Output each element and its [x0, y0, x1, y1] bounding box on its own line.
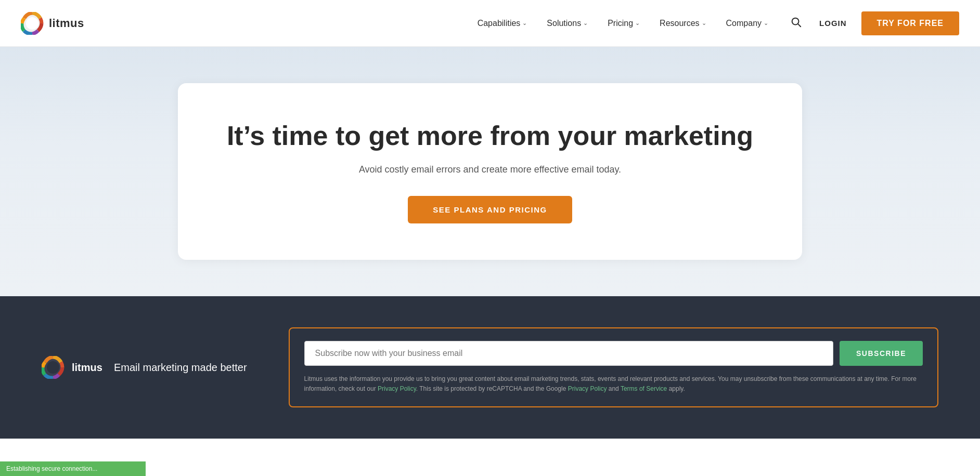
subscribe-button[interactable]: SUBSCRIBE — [840, 341, 923, 366]
footer-section: litmus Email marketing made better SUBSC… — [0, 296, 980, 439]
nav-company[interactable]: Company ⌄ — [718, 15, 777, 32]
subscribe-email-input[interactable] — [304, 341, 833, 366]
nav-capabilities[interactable]: Capabilities ⌄ — [469, 15, 536, 32]
navbar-nav: Capabilities ⌄ Solutions ⌄ Pricing ⌄ Res… — [469, 15, 777, 32]
nav-solutions[interactable]: Solutions ⌄ — [538, 15, 596, 32]
footer-tagline: Email marketing made better — [114, 362, 247, 374]
chevron-down-icon: ⌄ — [702, 20, 706, 27]
footer-logo-icon — [42, 356, 65, 379]
nav-resources[interactable]: Resources ⌄ — [651, 15, 714, 32]
navbar: litmus Capabilities ⌄ Solutions ⌄ Pricin… — [0, 0, 980, 47]
svg-point-1 — [26, 17, 38, 30]
privacy-policy-link-1[interactable]: Privacy Policy — [378, 385, 416, 392]
chevron-down-icon: ⌄ — [522, 20, 527, 27]
footer-brand: litmus Email marketing made better — [42, 356, 247, 379]
search-button[interactable] — [787, 13, 805, 33]
subscribe-legal: Litmus uses the information you provide … — [304, 374, 923, 394]
footer-subscribe-box: SUBSCRIBE Litmus uses the information yo… — [289, 327, 938, 407]
chevron-down-icon: ⌄ — [764, 20, 768, 27]
see-plans-button[interactable]: SEE PLANS AND PRICING — [408, 196, 572, 223]
logo-icon — [21, 12, 44, 35]
hero-subtitle: Avoid costly email errors and create mor… — [220, 164, 760, 175]
login-button[interactable]: LOGIN — [813, 15, 853, 32]
hero-card: It’s time to get more from your marketin… — [178, 83, 802, 260]
navbar-actions: LOGIN TRY FOR FREE — [787, 11, 959, 35]
logo-text: litmus — [49, 17, 84, 30]
try-free-button[interactable]: TRY FOR FREE — [861, 11, 959, 35]
svg-line-3 — [798, 24, 801, 27]
hero-section: It’s time to get more from your marketin… — [0, 47, 980, 296]
logo-link[interactable]: litmus — [21, 12, 84, 35]
footer-logo-text: litmus — [72, 362, 102, 374]
hero-title: It’s time to get more from your marketin… — [220, 120, 760, 152]
privacy-policy-link-2[interactable]: Privacy Policy — [568, 385, 607, 392]
svg-point-5 — [47, 361, 59, 374]
terms-of-service-link[interactable]: Terms of Service — [621, 385, 667, 392]
search-icon — [790, 16, 802, 28]
nav-pricing[interactable]: Pricing ⌄ — [599, 15, 648, 32]
chevron-down-icon: ⌄ — [635, 20, 640, 27]
subscribe-row: SUBSCRIBE — [304, 341, 923, 366]
chevron-down-icon: ⌄ — [583, 20, 588, 27]
